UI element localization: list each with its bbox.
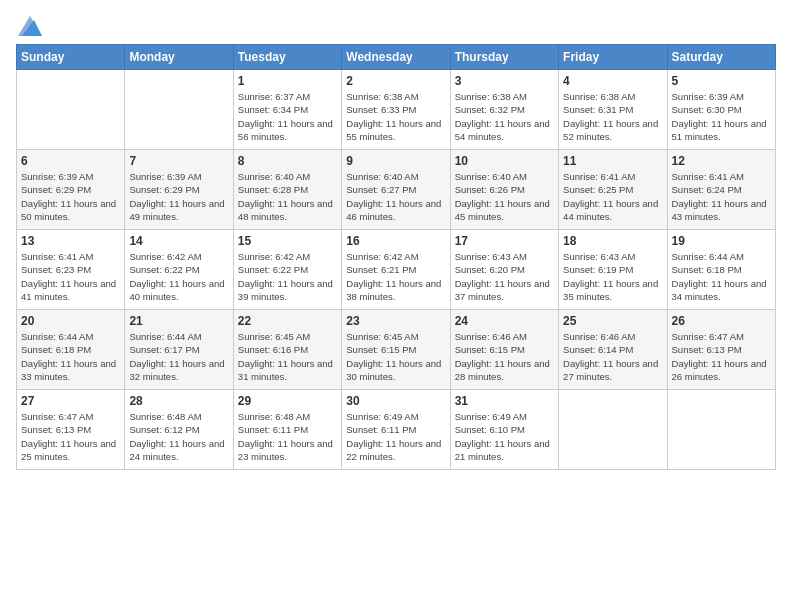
day-info: Sunrise: 6:43 AM Sunset: 6:20 PM Dayligh… — [455, 250, 554, 303]
day-number: 6 — [21, 154, 120, 168]
day-info: Sunrise: 6:47 AM Sunset: 6:13 PM Dayligh… — [21, 410, 120, 463]
calendar-cell: 23Sunrise: 6:45 AM Sunset: 6:15 PM Dayli… — [342, 310, 450, 390]
day-number: 18 — [563, 234, 662, 248]
day-number: 16 — [346, 234, 445, 248]
day-number: 23 — [346, 314, 445, 328]
day-info: Sunrise: 6:47 AM Sunset: 6:13 PM Dayligh… — [672, 330, 771, 383]
calendar-cell: 26Sunrise: 6:47 AM Sunset: 6:13 PM Dayli… — [667, 310, 775, 390]
day-number: 26 — [672, 314, 771, 328]
calendar-cell: 6Sunrise: 6:39 AM Sunset: 6:29 PM Daylig… — [17, 150, 125, 230]
calendar-cell: 30Sunrise: 6:49 AM Sunset: 6:11 PM Dayli… — [342, 390, 450, 470]
day-number: 14 — [129, 234, 228, 248]
day-header-wednesday: Wednesday — [342, 45, 450, 70]
day-info: Sunrise: 6:49 AM Sunset: 6:11 PM Dayligh… — [346, 410, 445, 463]
day-info: Sunrise: 6:45 AM Sunset: 6:15 PM Dayligh… — [346, 330, 445, 383]
day-info: Sunrise: 6:41 AM Sunset: 6:23 PM Dayligh… — [21, 250, 120, 303]
day-number: 5 — [672, 74, 771, 88]
calendar-cell: 24Sunrise: 6:46 AM Sunset: 6:15 PM Dayli… — [450, 310, 558, 390]
calendar-cell: 9Sunrise: 6:40 AM Sunset: 6:27 PM Daylig… — [342, 150, 450, 230]
day-number: 8 — [238, 154, 337, 168]
calendar-table: SundayMondayTuesdayWednesdayThursdayFrid… — [16, 44, 776, 470]
calendar-cell: 12Sunrise: 6:41 AM Sunset: 6:24 PM Dayli… — [667, 150, 775, 230]
calendar-header-row: SundayMondayTuesdayWednesdayThursdayFrid… — [17, 45, 776, 70]
calendar-week-row: 27Sunrise: 6:47 AM Sunset: 6:13 PM Dayli… — [17, 390, 776, 470]
day-number: 15 — [238, 234, 337, 248]
calendar-cell: 19Sunrise: 6:44 AM Sunset: 6:18 PM Dayli… — [667, 230, 775, 310]
day-number: 22 — [238, 314, 337, 328]
calendar-cell: 11Sunrise: 6:41 AM Sunset: 6:25 PM Dayli… — [559, 150, 667, 230]
day-header-monday: Monday — [125, 45, 233, 70]
day-info: Sunrise: 6:38 AM Sunset: 6:32 PM Dayligh… — [455, 90, 554, 143]
day-info: Sunrise: 6:41 AM Sunset: 6:25 PM Dayligh… — [563, 170, 662, 223]
day-info: Sunrise: 6:44 AM Sunset: 6:18 PM Dayligh… — [21, 330, 120, 383]
day-header-saturday: Saturday — [667, 45, 775, 70]
day-info: Sunrise: 6:42 AM Sunset: 6:21 PM Dayligh… — [346, 250, 445, 303]
day-info: Sunrise: 6:38 AM Sunset: 6:33 PM Dayligh… — [346, 90, 445, 143]
day-number: 19 — [672, 234, 771, 248]
day-number: 2 — [346, 74, 445, 88]
day-number: 1 — [238, 74, 337, 88]
calendar-cell: 31Sunrise: 6:49 AM Sunset: 6:10 PM Dayli… — [450, 390, 558, 470]
calendar-cell: 29Sunrise: 6:48 AM Sunset: 6:11 PM Dayli… — [233, 390, 341, 470]
day-number: 4 — [563, 74, 662, 88]
day-info: Sunrise: 6:42 AM Sunset: 6:22 PM Dayligh… — [129, 250, 228, 303]
calendar-cell: 13Sunrise: 6:41 AM Sunset: 6:23 PM Dayli… — [17, 230, 125, 310]
calendar-cell — [125, 70, 233, 150]
day-info: Sunrise: 6:48 AM Sunset: 6:11 PM Dayligh… — [238, 410, 337, 463]
day-number: 12 — [672, 154, 771, 168]
day-info: Sunrise: 6:40 AM Sunset: 6:27 PM Dayligh… — [346, 170, 445, 223]
calendar-cell: 14Sunrise: 6:42 AM Sunset: 6:22 PM Dayli… — [125, 230, 233, 310]
calendar-cell: 27Sunrise: 6:47 AM Sunset: 6:13 PM Dayli… — [17, 390, 125, 470]
day-info: Sunrise: 6:46 AM Sunset: 6:15 PM Dayligh… — [455, 330, 554, 383]
calendar-cell — [667, 390, 775, 470]
day-number: 24 — [455, 314, 554, 328]
day-info: Sunrise: 6:48 AM Sunset: 6:12 PM Dayligh… — [129, 410, 228, 463]
calendar-cell: 2Sunrise: 6:38 AM Sunset: 6:33 PM Daylig… — [342, 70, 450, 150]
day-number: 17 — [455, 234, 554, 248]
calendar-cell — [559, 390, 667, 470]
day-info: Sunrise: 6:43 AM Sunset: 6:19 PM Dayligh… — [563, 250, 662, 303]
day-number: 3 — [455, 74, 554, 88]
calendar-week-row: 1Sunrise: 6:37 AM Sunset: 6:34 PM Daylig… — [17, 70, 776, 150]
day-number: 20 — [21, 314, 120, 328]
day-header-thursday: Thursday — [450, 45, 558, 70]
day-number: 7 — [129, 154, 228, 168]
day-header-sunday: Sunday — [17, 45, 125, 70]
day-number: 27 — [21, 394, 120, 408]
day-number: 30 — [346, 394, 445, 408]
day-info: Sunrise: 6:40 AM Sunset: 6:28 PM Dayligh… — [238, 170, 337, 223]
day-number: 11 — [563, 154, 662, 168]
calendar-cell: 7Sunrise: 6:39 AM Sunset: 6:29 PM Daylig… — [125, 150, 233, 230]
calendar-cell: 3Sunrise: 6:38 AM Sunset: 6:32 PM Daylig… — [450, 70, 558, 150]
day-info: Sunrise: 6:44 AM Sunset: 6:18 PM Dayligh… — [672, 250, 771, 303]
day-info: Sunrise: 6:38 AM Sunset: 6:31 PM Dayligh… — [563, 90, 662, 143]
day-number: 10 — [455, 154, 554, 168]
calendar-cell: 28Sunrise: 6:48 AM Sunset: 6:12 PM Dayli… — [125, 390, 233, 470]
calendar-cell: 1Sunrise: 6:37 AM Sunset: 6:34 PM Daylig… — [233, 70, 341, 150]
calendar-cell: 17Sunrise: 6:43 AM Sunset: 6:20 PM Dayli… — [450, 230, 558, 310]
day-number: 28 — [129, 394, 228, 408]
logo-icon — [18, 16, 42, 36]
day-info: Sunrise: 6:41 AM Sunset: 6:24 PM Dayligh… — [672, 170, 771, 223]
day-info: Sunrise: 6:44 AM Sunset: 6:17 PM Dayligh… — [129, 330, 228, 383]
calendar-cell: 25Sunrise: 6:46 AM Sunset: 6:14 PM Dayli… — [559, 310, 667, 390]
day-info: Sunrise: 6:42 AM Sunset: 6:22 PM Dayligh… — [238, 250, 337, 303]
day-number: 13 — [21, 234, 120, 248]
day-info: Sunrise: 6:39 AM Sunset: 6:29 PM Dayligh… — [129, 170, 228, 223]
calendar-cell: 4Sunrise: 6:38 AM Sunset: 6:31 PM Daylig… — [559, 70, 667, 150]
day-header-tuesday: Tuesday — [233, 45, 341, 70]
calendar-cell: 22Sunrise: 6:45 AM Sunset: 6:16 PM Dayli… — [233, 310, 341, 390]
day-number: 21 — [129, 314, 228, 328]
calendar-cell: 18Sunrise: 6:43 AM Sunset: 6:19 PM Dayli… — [559, 230, 667, 310]
calendar-week-row: 20Sunrise: 6:44 AM Sunset: 6:18 PM Dayli… — [17, 310, 776, 390]
day-info: Sunrise: 6:40 AM Sunset: 6:26 PM Dayligh… — [455, 170, 554, 223]
calendar-week-row: 13Sunrise: 6:41 AM Sunset: 6:23 PM Dayli… — [17, 230, 776, 310]
day-info: Sunrise: 6:45 AM Sunset: 6:16 PM Dayligh… — [238, 330, 337, 383]
day-info: Sunrise: 6:46 AM Sunset: 6:14 PM Dayligh… — [563, 330, 662, 383]
calendar-week-row: 6Sunrise: 6:39 AM Sunset: 6:29 PM Daylig… — [17, 150, 776, 230]
day-number: 25 — [563, 314, 662, 328]
day-info: Sunrise: 6:49 AM Sunset: 6:10 PM Dayligh… — [455, 410, 554, 463]
calendar-cell: 21Sunrise: 6:44 AM Sunset: 6:17 PM Dayli… — [125, 310, 233, 390]
day-info: Sunrise: 6:39 AM Sunset: 6:30 PM Dayligh… — [672, 90, 771, 143]
day-number: 29 — [238, 394, 337, 408]
